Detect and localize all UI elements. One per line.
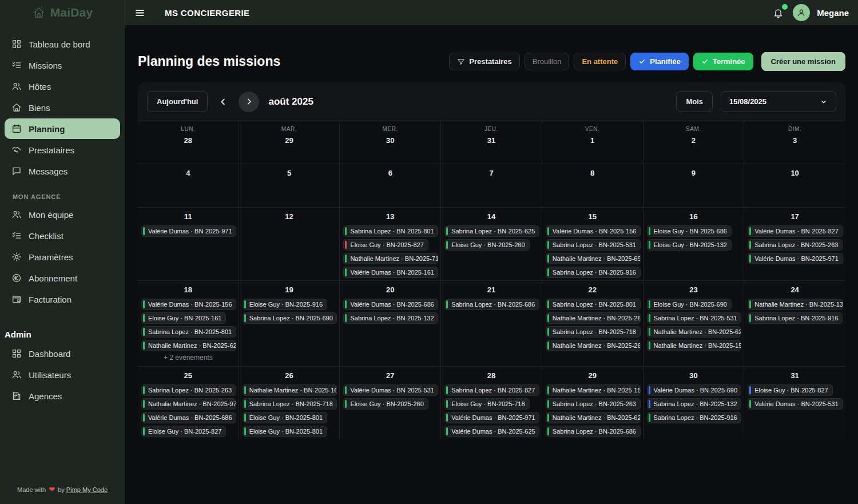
day-cell-21[interactable]: 21Sabrina Lopez · BN-2025-686 [441, 281, 542, 366]
sidebar-item-mon-equipe[interactable]: Mon équipe [5, 204, 120, 225]
event-pill[interactable]: Sabrina Lopez · BN-2025-263 [748, 239, 843, 251]
day-cell-10[interactable]: 10 [744, 164, 845, 207]
day-cell-30[interactable]: MER.30 [340, 121, 441, 164]
more-events-link[interactable]: + 2 événements [138, 354, 239, 362]
day-cell-26[interactable]: 26Nathalie Martinez · BN-2025-16Sabrina … [239, 367, 340, 439]
sidebar-item-utilisateurs[interactable]: Utilisateurs [5, 364, 120, 385]
sidebar-item-prestataires[interactable]: Prestataires [5, 140, 120, 160]
event-pill[interactable]: Eloise Guy · BN-2025-718 [444, 398, 529, 410]
event-pill[interactable]: Valérie Dumas · BN-2025-971 [748, 253, 843, 264]
day-cell-11[interactable]: 11Valérie Dumas · BN-2025-971 [138, 208, 239, 280]
event-pill[interactable]: Sabrina Lopez · BN-2025-916 [546, 267, 641, 278]
next-month-button[interactable] [239, 92, 259, 112]
notifications-button[interactable] [770, 5, 786, 21]
sidebar-item-tableau-de-bord[interactable]: Tableau de bord [5, 34, 120, 54]
event-pill[interactable]: Nathalie Martinez · BN-2025-26 [546, 340, 641, 351]
day-cell-24[interactable]: 24Nathalie Martinez · BN-2025-13Sabrina … [744, 281, 845, 366]
event-pill[interactable]: Nathalie Martinez · BN-2025-15 [647, 340, 742, 351]
sidebar-item-facturation[interactable]: Facturation [5, 289, 120, 309]
event-pill[interactable]: Sabrina Lopez · BN-2025-916 [748, 312, 843, 324]
event-pill[interactable]: Sabrina Lopez · BN-2025-263 [546, 398, 641, 410]
event-pill[interactable]: Sabrina Lopez · BN-2025-690 [243, 312, 337, 324]
day-cell-30[interactable]: 30Valérie Dumas · BN-2025-690Sabrina Lop… [644, 367, 745, 439]
day-cell-15[interactable]: 15Valérie Dumas · BN-2025-156Sabrina Lop… [542, 208, 644, 280]
day-cell-25[interactable]: 25Sabrina Lopez · BN-2025-263Nathalie Ma… [138, 367, 239, 439]
event-pill[interactable]: Nathalie Martinez · BN-2025-97 [141, 398, 236, 410]
event-pill[interactable]: Valérie Dumas · BN-2025-156 [141, 299, 236, 310]
event-pill[interactable]: Sabrina Lopez · BN-2025-625 [444, 225, 539, 237]
event-pill[interactable]: Sabrina Lopez · BN-2025-801 [546, 299, 641, 310]
day-cell-4[interactable]: 4 [138, 164, 239, 207]
event-pill[interactable]: Eloise Guy · BN-2025-690 [647, 299, 732, 310]
day-cell-29[interactable]: 29Nathalie Martinez · BN-2025-15Sabrina … [542, 367, 644, 439]
day-cell-23[interactable]: 23Eloise Guy · BN-2025-690Sabrina Lopez … [644, 281, 745, 366]
event-pill[interactable]: Valérie Dumas · BN-2025-625 [444, 426, 539, 437]
date-select[interactable]: 15/08/2025 [721, 91, 836, 112]
event-pill[interactable]: Eloise Guy · BN-2025-161 [141, 312, 226, 324]
day-cell-18[interactable]: 18Valérie Dumas · BN-2025-156Eloise Guy … [138, 281, 239, 366]
sidebar-item-missions[interactable]: Missions [5, 55, 120, 76]
day-cell-14[interactable]: 14Sabrina Lopez · BN-2025-625Eloise Guy … [441, 208, 542, 280]
event-pill[interactable]: Eloise Guy · BN-2025-260 [343, 398, 428, 410]
sidebar-item-checklist[interactable]: Checklist [5, 225, 120, 246]
sidebar-item-messages[interactable]: Messages [5, 161, 120, 181]
day-cell-3[interactable]: DIM.3 [744, 121, 845, 164]
event-pill[interactable]: Valérie Dumas · BN-2025-971 [444, 412, 539, 423]
day-cell-31[interactable]: 31Eloise Guy · BN-2025-827Valérie Dumas … [744, 367, 845, 439]
event-pill[interactable]: Nathalie Martinez · BN-2025-13 [748, 299, 843, 310]
event-pill[interactable]: Nathalie Martinez · BN-2025-71 [343, 253, 438, 264]
day-cell-19[interactable]: 19Eloise Guy · BN-2025-916Sabrina Lopez … [239, 281, 340, 366]
event-pill[interactable]: Eloise Guy · BN-2025-827 [343, 239, 428, 251]
day-cell-29[interactable]: MAR.29 [239, 121, 340, 164]
day-cell-2[interactable]: SAM.2 [644, 121, 745, 164]
event-pill[interactable]: Eloise Guy · BN-2025-260 [444, 239, 529, 251]
day-cell-7[interactable]: 7 [441, 164, 542, 207]
event-pill[interactable]: Valérie Dumas · BN-2025-827 [748, 225, 843, 237]
event-pill[interactable]: Nathalie Martinez · BN-2025-69 [546, 253, 641, 264]
planifiee-filter-button[interactable]: Planifiée [630, 53, 688, 70]
event-pill[interactable]: Sabrina Lopez · BN-2025-801 [141, 326, 236, 338]
day-cell-17[interactable]: 17Valérie Dumas · BN-2025-827Sabrina Lop… [744, 208, 845, 280]
terminee-filter-button[interactable]: Terminée [693, 53, 753, 70]
en-attente-filter-button[interactable]: En attente [574, 53, 626, 70]
event-pill[interactable]: Nathalie Martinez · BN-2025-15 [546, 384, 641, 396]
sidebar-item-hotes[interactable]: Hôtes [5, 76, 120, 97]
event-pill[interactable]: Valérie Dumas · BN-2025-686 [343, 299, 438, 310]
event-pill[interactable]: Sabrina Lopez · BN-2025-132 [343, 312, 438, 324]
event-pill[interactable]: Nathalie Martinez · BN-2025-62 [546, 412, 641, 423]
pimp-my-code-link[interactable]: Pimp My Code [66, 486, 108, 493]
event-pill[interactable]: Eloise Guy · BN-2025-686 [647, 225, 732, 237]
day-cell-6[interactable]: 6 [340, 164, 441, 207]
event-pill[interactable]: Valérie Dumas · BN-2025-686 [141, 412, 236, 423]
today-button[interactable]: Aujourd'hui [147, 91, 208, 112]
avatar[interactable] [793, 4, 810, 21]
event-pill[interactable]: Sabrina Lopez · BN-2025-531 [647, 312, 742, 324]
day-cell-31[interactable]: JEU.31 [441, 121, 542, 164]
sidebar-item-parametres[interactable]: Paramètres [5, 247, 120, 267]
day-cell-27[interactable]: 27Valérie Dumas · BN-2025-531Eloise Guy … [340, 367, 441, 439]
event-pill[interactable]: Sabrina Lopez · BN-2025-801 [343, 225, 438, 237]
sidebar-item-agences[interactable]: Agences [5, 386, 120, 406]
event-pill[interactable]: Eloise Guy · BN-2025-827 [748, 384, 832, 396]
event-pill[interactable]: Valérie Dumas · BN-2025-161 [343, 267, 438, 278]
event-pill[interactable]: Eloise Guy · BN-2025-132 [647, 239, 732, 251]
brand-logo[interactable]: MaiDay [0, 0, 125, 25]
event-pill[interactable]: Valérie Dumas · BN-2025-156 [546, 225, 641, 237]
create-mission-button[interactable]: Créer une mission [761, 52, 845, 71]
day-cell-12[interactable]: 12 [239, 208, 340, 280]
event-pill[interactable]: Valérie Dumas · BN-2025-531 [748, 398, 843, 410]
sidebar-item-dashboard[interactable]: Dashboard [5, 343, 120, 364]
day-cell-16[interactable]: 16Eloise Guy · BN-2025-686Eloise Guy · B… [644, 208, 745, 280]
event-pill[interactable]: Nathalie Martinez · BN-2025-26 [546, 312, 641, 324]
event-pill[interactable]: Eloise Guy · BN-2025-827 [141, 426, 226, 437]
day-cell-28[interactable]: 28Sabrina Lopez · BN-2025-827Eloise Guy … [441, 367, 542, 439]
event-pill[interactable]: Nathalie Martinez · BN-2025-62 [141, 340, 236, 351]
day-cell-9[interactable]: 9 [644, 164, 745, 207]
event-pill[interactable]: Sabrina Lopez · BN-2025-531 [546, 239, 641, 251]
event-pill[interactable]: Eloise Guy · BN-2025-801 [243, 412, 327, 423]
sidebar-item-abonnement[interactable]: Abonnement [5, 268, 120, 288]
event-pill[interactable]: Sabrina Lopez · BN-2025-686 [546, 426, 641, 437]
menu-toggle-button[interactable] [131, 4, 149, 22]
prestataires-filter-button[interactable]: Prestataires [449, 53, 519, 70]
event-pill[interactable]: Valérie Dumas · BN-2025-531 [343, 384, 438, 396]
